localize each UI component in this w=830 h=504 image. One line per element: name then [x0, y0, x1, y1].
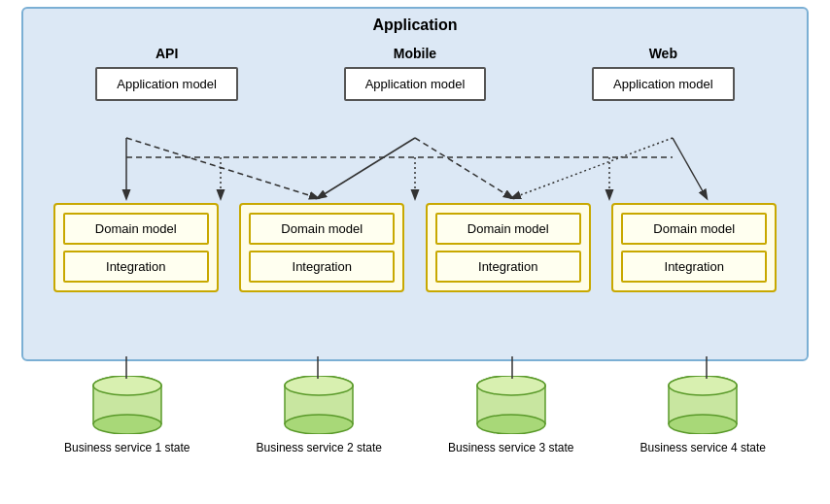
- cylinder-icon-1: [88, 376, 166, 434]
- app-title: Application: [23, 9, 807, 34]
- mobile-title: Mobile: [394, 46, 436, 61]
- integration-3: Integration: [435, 251, 581, 283]
- db-label-1: Business service 1 state: [64, 440, 190, 456]
- cylinder-icon-4: [664, 376, 742, 434]
- col-web: Web Application model: [592, 46, 735, 101]
- integration-1: Integration: [63, 251, 209, 283]
- web-model-box: Application model: [592, 67, 735, 101]
- svg-point-23: [669, 376, 737, 395]
- col-api: API Application model: [95, 46, 238, 101]
- api-model-box: Application model: [95, 67, 238, 101]
- db-group-2: Business service 2 state: [236, 376, 401, 456]
- domain-box-3: Domain model Integration: [426, 203, 591, 292]
- domain-box-1: Domain model Integration: [53, 203, 219, 292]
- cylinder-icon-2: [280, 376, 358, 434]
- mobile-model-box: Application model: [344, 67, 487, 101]
- domain-model-1: Domain model: [63, 213, 209, 245]
- domain-model-3: Domain model: [435, 213, 581, 245]
- web-title: Web: [649, 46, 677, 61]
- integration-2: Integration: [249, 251, 395, 283]
- svg-point-5: [93, 376, 161, 395]
- db-label-2: Business service 2 state: [257, 440, 382, 456]
- db-label-4: Business service 4 state: [640, 440, 766, 456]
- svg-point-10: [285, 415, 353, 434]
- db-group-3: Business service 3 state: [429, 376, 594, 456]
- db-group-4: Business service 4 state: [620, 376, 785, 456]
- cylinder-icon-3: [472, 376, 550, 434]
- domain-box-2: Domain model Integration: [239, 203, 404, 292]
- top-columns: API Application model Mobile Application…: [23, 34, 807, 101]
- db-group-1: Business service 1 state: [45, 376, 210, 456]
- architecture-diagram: Application API Application model Mobile…: [12, 7, 818, 497]
- db-row: Business service 1 state Business servic…: [12, 376, 818, 456]
- domain-model-2: Domain model: [249, 213, 395, 245]
- application-box: Application API Application model Mobile…: [21, 7, 809, 361]
- col-mobile: Mobile Application model: [344, 46, 487, 101]
- svg-point-16: [477, 415, 545, 434]
- domain-row: Domain model Integration Domain model In…: [23, 203, 807, 292]
- domain-model-4: Domain model: [621, 213, 767, 245]
- svg-point-17: [477, 376, 545, 395]
- domain-box-4: Domain model Integration: [611, 203, 777, 292]
- api-title: API: [156, 46, 178, 61]
- integration-4: Integration: [621, 251, 767, 283]
- svg-point-11: [285, 376, 353, 395]
- svg-point-22: [669, 415, 737, 434]
- db-label-3: Business service 3 state: [448, 440, 573, 456]
- svg-point-4: [93, 415, 161, 434]
